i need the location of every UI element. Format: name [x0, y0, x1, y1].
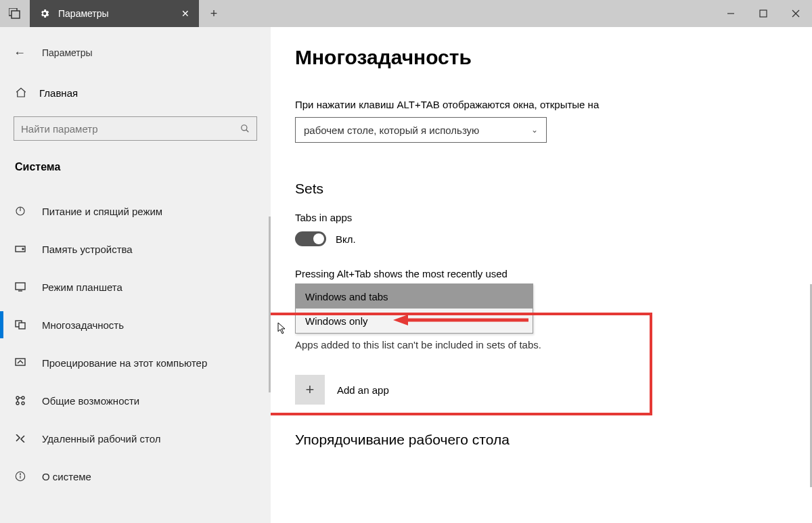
home-icon [15, 87, 27, 99]
svg-rect-15 [19, 323, 25, 329]
svg-point-6 [242, 125, 247, 131]
shared-icon [14, 395, 27, 406]
close-tab-icon[interactable]: ✕ [181, 8, 189, 19]
tabs-in-apps-label: Tabs in apps [295, 212, 788, 223]
tab-title: Параметры [58, 8, 109, 19]
sidebar-item-label: Проецирование на этот компьютер [42, 357, 207, 369]
sidebar-item-about[interactable]: О системе [14, 457, 257, 495]
svg-rect-3 [760, 10, 767, 17]
svg-rect-12 [16, 283, 25, 290]
sidebar-item-label: Многозадачность [42, 319, 124, 331]
sidebar-item-projecting[interactable]: Проецирование на этот компьютер [14, 344, 257, 382]
sidebar-item-label: Режим планшета [42, 281, 122, 293]
chevron-down-icon: ⌄ [531, 125, 538, 135]
sidebar: ← Параметры Главная Система Питание и сп… [0, 27, 271, 523]
new-tab-button[interactable]: + [199, 0, 229, 27]
maximize-button[interactable] [747, 0, 780, 27]
add-app-button[interactable]: + [295, 375, 325, 405]
task-view-icon[interactable] [0, 0, 30, 27]
back-arrow-icon[interactable]: ← [14, 46, 26, 60]
svg-point-17 [16, 396, 19, 399]
plus-icon: + [306, 381, 315, 399]
alttab-shows-dropdown-open[interactable]: Windows and tabs Windows only [295, 283, 533, 334]
svg-line-7 [246, 130, 249, 133]
active-tab[interactable]: Параметры ✕ [30, 0, 199, 27]
gear-icon [39, 8, 50, 19]
sidebar-item-label: Память устройства [42, 244, 133, 255]
close-window-button[interactable] [780, 0, 812, 27]
svg-point-25 [20, 474, 20, 474]
svg-point-11 [22, 248, 24, 250]
search-field[interactable] [21, 123, 240, 135]
toggle-state-label: Вкл. [336, 233, 356, 245]
sidebar-item-label: Общие возможности [42, 395, 139, 407]
cursor-icon [277, 322, 287, 334]
excluded-apps-text: Apps added to this list can't be include… [295, 339, 788, 350]
sidebar-item-remote[interactable]: Удаленный рабочий стол [14, 419, 257, 457]
sidebar-item-tablet[interactable]: Режим планшета [14, 268, 257, 306]
content-pane: Многозадачность При нажатии клавиш ALT+T… [271, 27, 812, 523]
power-icon [14, 206, 27, 217]
sidebar-item-label: Удаленный рабочий стол [42, 433, 160, 445]
minimize-button[interactable] [715, 0, 747, 27]
multitasking-icon [14, 320, 27, 329]
home-label: Главная [39, 87, 78, 99]
projecting-icon [14, 358, 27, 367]
tabs-in-apps-toggle[interactable] [295, 231, 326, 246]
titlebar: Параметры ✕ + [0, 0, 812, 27]
storage-icon [14, 246, 27, 252]
remote-icon [14, 434, 27, 442]
sidebar-item-shared[interactable]: Общие возможности [14, 382, 257, 419]
sets-heading: Sets [295, 181, 788, 197]
svg-point-20 [22, 402, 24, 405]
sidebar-item-home[interactable]: Главная [15, 87, 257, 99]
add-app-label: Add an app [337, 384, 389, 396]
option-windows-and-tabs[interactable]: Windows and tabs [296, 284, 533, 309]
option-windows-only[interactable]: Windows only [296, 309, 533, 333]
svg-rect-16 [16, 359, 25, 365]
search-icon [240, 124, 250, 133]
pressing-alttab-label: Pressing Alt+Tab shows the most recently… [295, 268, 788, 279]
sidebar-item-power[interactable]: Питание и спящий режим [14, 192, 257, 230]
tablet-icon [14, 282, 27, 292]
sidebar-item-label: Питание и спящий режим [42, 206, 162, 217]
arrange-desktop-heading: Упорядочивание рабочего стола [295, 432, 788, 448]
alttab-label: При нажатии клавиш ALT+TAB отображаются … [295, 99, 788, 110]
sidebar-item-label: О системе [42, 471, 91, 482]
sidebar-item-storage[interactable]: Память устройства [14, 230, 257, 268]
svg-rect-1 [12, 11, 20, 18]
sidebar-item-multitasking[interactable]: Многозадачность [14, 306, 257, 344]
dropdown-value: рабочем столе, который я использую [304, 124, 479, 136]
page-title: Многозадачность [295, 46, 788, 69]
info-icon [14, 471, 27, 482]
search-input[interactable] [14, 116, 257, 141]
breadcrumb: Параметры [42, 47, 93, 58]
svg-point-19 [16, 402, 19, 405]
svg-point-18 [22, 396, 24, 399]
alttab-dropdown[interactable]: рабочем столе, который я использую ⌄ [295, 117, 547, 143]
sidebar-section-header: Система [15, 161, 257, 173]
